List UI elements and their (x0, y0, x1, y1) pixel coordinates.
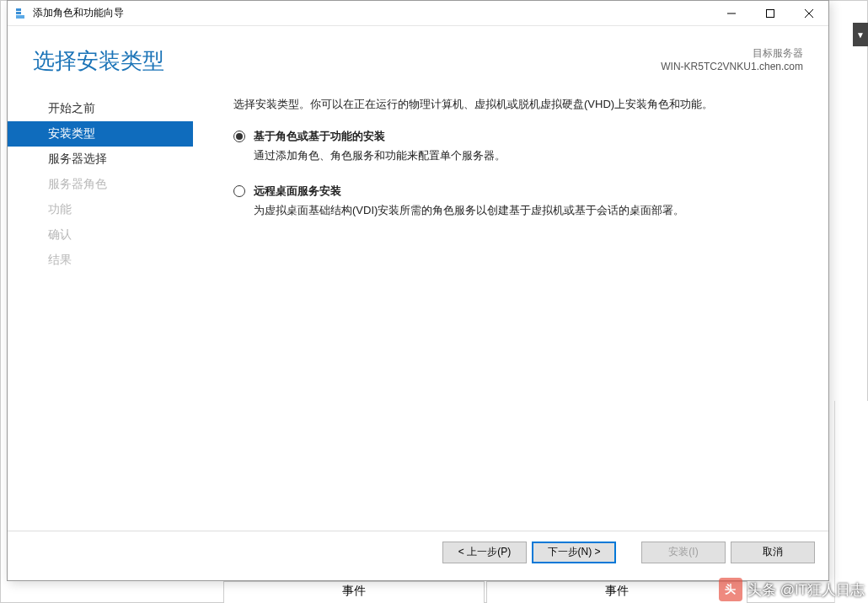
window-title: 添加角色和功能向导 (33, 6, 712, 20)
step-server-roles: 服务器角色 (8, 172, 193, 197)
svg-rect-0 (16, 8, 21, 11)
svg-rect-1 (16, 12, 21, 14)
wizard-header: 选择安装类型 目标服务器 WIN-KR5TC2VNKU1.chen.com (8, 26, 828, 89)
server-manager-icon (14, 7, 28, 20)
toutiao-logo-icon: 头 (719, 578, 742, 601)
wizard-dialog: 添加角色和功能向导 选择安装类型 目标服务器 WIN-KR5TC2VNKU1.c… (7, 0, 829, 581)
radio-role-based[interactable] (233, 131, 245, 142)
close-button[interactable] (790, 1, 828, 26)
target-server-name: WIN-KR5TC2VNKU1.chen.com (661, 61, 803, 72)
watermark-text: 头条 @IT狂人日志 (747, 580, 865, 600)
intro-text: 选择安装类型。你可以在正在运行的物理计算机、虚拟机或脱机虚拟硬盘(VHD)上安装… (233, 96, 803, 114)
install-button: 安装(I) (641, 542, 726, 563)
option-title: 远程桌面服务安装 (254, 184, 684, 199)
option-role-based[interactable]: 基于角色或基于功能的安装 通过添加角色、角色服务和功能来配置单个服务器。 (233, 129, 803, 165)
wizard-content: 选择安装类型。你可以在正在运行的物理计算机、虚拟机或脱机虚拟硬盘(VHD)上安装… (193, 89, 828, 531)
watermark: 头 头条 @IT狂人日志 (719, 578, 865, 601)
bg-tab: 事件 (486, 581, 747, 603)
page-title: 选择安装类型 (33, 46, 164, 76)
maximize-button[interactable] (751, 1, 790, 26)
target-server-label: 目标服务器 (661, 46, 803, 61)
next-button[interactable]: 下一步(N) > (532, 542, 616, 563)
step-server-selection[interactable]: 服务器选择 (8, 147, 193, 172)
cancel-button[interactable]: 取消 (731, 542, 815, 563)
option-title: 基于角色或基于功能的安装 (254, 129, 506, 144)
svg-rect-2 (16, 15, 24, 19)
step-confirmation: 确认 (8, 222, 193, 248)
background-dropdown-icon: ▼ (853, 23, 868, 46)
radio-remote-desktop[interactable] (233, 185, 245, 197)
step-results: 结果 (8, 248, 193, 273)
step-before-you-begin[interactable]: 开始之前 (8, 96, 193, 121)
wizard-steps-sidebar: 开始之前 安装类型 服务器选择 服务器角色 功能 确认 结果 (8, 89, 193, 531)
option-remote-desktop[interactable]: 远程桌面服务安装 为虚拟桌面基础结构(VDI)安装所需的角色服务以创建基于虚拟机… (233, 184, 803, 220)
svg-rect-4 (767, 9, 774, 17)
bg-tab: 事件 (223, 581, 485, 603)
background-right-pane: ‡和存 理性 (834, 401, 868, 603)
target-server-block: 目标服务器 WIN-KR5TC2VNKU1.chen.com (661, 46, 803, 72)
titlebar[interactable]: 添加角色和功能向导 (8, 1, 828, 26)
previous-button[interactable]: < 上一步(P) (442, 542, 527, 563)
minimize-button[interactable] (712, 1, 751, 26)
step-features: 功能 (8, 197, 193, 222)
step-installation-type[interactable]: 安装类型 (8, 121, 193, 147)
option-desc: 为虚拟桌面基础结构(VDI)安装所需的角色服务以创建基于虚拟机或基于会话的桌面部… (254, 202, 684, 220)
option-desc: 通过添加角色、角色服务和功能来配置单个服务器。 (254, 147, 506, 165)
wizard-footer: < 上一步(P) 下一步(N) > 安装(I) 取消 (8, 531, 828, 573)
